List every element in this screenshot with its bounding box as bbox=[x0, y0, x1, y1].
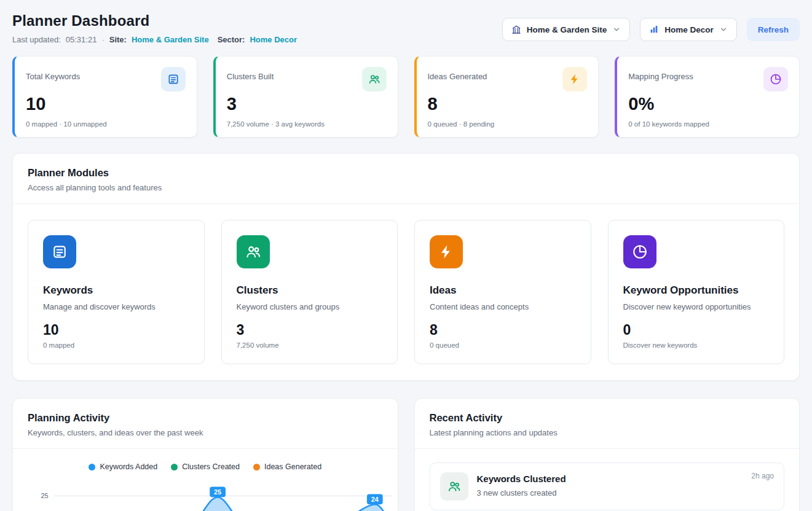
module-value: 8 bbox=[430, 322, 576, 338]
planning-activity-subtitle: Keywords, clusters, and ideas over the p… bbox=[28, 428, 383, 437]
modules-grid: Keywords Manage and discover keywords 10… bbox=[13, 204, 799, 380]
module-card-keywords[interactable]: Keywords Manage and discover keywords 10… bbox=[28, 220, 205, 364]
modules-header: Planner Modules Access all planning tool… bbox=[13, 154, 799, 204]
chart-area-fill bbox=[54, 497, 393, 511]
stats-row: Total Keywords 10 0 mapped · 10 unmapped… bbox=[12, 56, 800, 138]
recent-activity-title: Recent Activity bbox=[430, 412, 785, 424]
chevron-down-icon bbox=[719, 25, 728, 34]
users-icon bbox=[362, 67, 387, 92]
page-meta: Last updated: 05:31:21 · Site: Home & Ga… bbox=[12, 35, 297, 44]
chevron-down-icon bbox=[612, 25, 621, 34]
stat-value: 10 bbox=[26, 94, 186, 114]
bolt-icon bbox=[562, 67, 587, 92]
pie-chart-icon bbox=[623, 235, 656, 268]
planning-activity-header: Planning Activity Keywords, clusters, an… bbox=[13, 399, 398, 449]
module-title: Keywords bbox=[43, 284, 189, 297]
legend-dot-green bbox=[171, 464, 178, 470]
sector-selector-dropdown[interactable]: Home Decor bbox=[640, 18, 737, 41]
module-title: Clusters bbox=[237, 284, 383, 297]
recent-activity-item: Keywords Clustered 3 new clusters create… bbox=[430, 462, 785, 510]
document-icon bbox=[161, 67, 186, 92]
legend-label: Clusters Created bbox=[182, 462, 240, 471]
activity-chart-wrap: 25 25 24 bbox=[13, 471, 398, 511]
site-label: Site: bbox=[109, 35, 127, 44]
page-title: Planner Dashboard bbox=[12, 12, 297, 29]
module-description: Manage and discover keywords bbox=[43, 302, 189, 311]
stat-card-total-keywords: Total Keywords 10 0 mapped · 10 unmapped bbox=[12, 56, 197, 138]
modules-subtitle: Access all planning tools and features bbox=[28, 183, 784, 192]
sector-label: Sector: bbox=[218, 35, 245, 44]
recent-item-description: 3 new clusters created bbox=[477, 488, 566, 497]
stat-label: Mapping Progress bbox=[628, 67, 693, 81]
module-value: 10 bbox=[43, 322, 189, 338]
sector-selector-label: Home Decor bbox=[664, 25, 714, 34]
header-controls: Home & Garden Site Home Decor Refresh bbox=[502, 12, 800, 41]
planning-activity-panel: Planning Activity Keywords, clusters, an… bbox=[12, 398, 398, 511]
recent-item-text: Keywords Clustered 3 new clusters create… bbox=[477, 472, 566, 497]
stat-detail: 0 of 10 keywords mapped bbox=[628, 120, 788, 128]
bolt-icon bbox=[430, 235, 463, 268]
legend-item-clusters-created[interactable]: Clusters Created bbox=[171, 462, 240, 471]
site-selector-dropdown[interactable]: Home & Garden Site bbox=[502, 18, 631, 41]
stat-value: 3 bbox=[227, 94, 387, 114]
stat-label: Ideas Generated bbox=[428, 67, 487, 81]
stat-card-clusters-built: Clusters Built 3 7,250 volume · 3 avg ke… bbox=[213, 56, 398, 138]
recent-activity-panel: Recent Activity Latest planning actions … bbox=[414, 398, 800, 511]
recent-activity-header: Recent Activity Latest planning actions … bbox=[415, 399, 800, 449]
recent-item-timestamp: 2h ago bbox=[751, 472, 774, 480]
header-left: Planner Dashboard Last updated: 05:31:21… bbox=[12, 12, 297, 44]
module-description: Discover new keyword opportunities bbox=[623, 302, 770, 311]
module-card-keyword-opportunities[interactable]: Keyword Opportunities Discover new keywo… bbox=[608, 220, 785, 364]
legend-label: Ideas Generated bbox=[264, 462, 321, 471]
recent-activity-list: Keywords Clustered 3 new clusters create… bbox=[415, 449, 800, 511]
module-detail: 7,250 volume bbox=[237, 341, 383, 349]
stat-label: Total Keywords bbox=[26, 67, 80, 81]
module-value: 3 bbox=[237, 322, 383, 338]
recent-item-title: Keywords Clustered bbox=[477, 474, 566, 484]
page-header: Planner Dashboard Last updated: 05:31:21… bbox=[0, 0, 812, 44]
chart-point-label: 24 bbox=[371, 496, 379, 503]
stat-label: Clusters Built bbox=[227, 67, 274, 81]
building-icon bbox=[511, 25, 521, 34]
modules-title: Planner Modules bbox=[28, 167, 784, 179]
legend-item-ideas-generated[interactable]: Ideas Generated bbox=[253, 462, 321, 471]
module-title: Ideas bbox=[430, 284, 576, 297]
recent-activity-subtitle: Latest planning actions and updates bbox=[430, 428, 785, 437]
last-updated-value: 05:31:21 bbox=[66, 35, 97, 44]
stat-detail: 0 mapped · 10 unmapped bbox=[26, 120, 186, 128]
stat-value: 8 bbox=[428, 94, 588, 114]
legend-item-keywords-added[interactable]: Keywords Added bbox=[89, 462, 157, 471]
legend-label: Keywords Added bbox=[100, 462, 157, 471]
bar-chart-icon bbox=[649, 25, 659, 34]
last-updated-label: Last updated: bbox=[12, 35, 61, 44]
stat-card-mapping-progress: Mapping Progress 0% 0 of 10 keywords map… bbox=[615, 56, 800, 138]
module-card-ideas[interactable]: Ideas Content ideas and concepts 8 0 que… bbox=[414, 220, 591, 364]
module-card-clusters[interactable]: Clusters Keyword clusters and groups 3 7… bbox=[221, 220, 398, 364]
y-axis-tick-label: 25 bbox=[41, 492, 48, 499]
users-icon bbox=[237, 235, 270, 268]
refresh-button[interactable]: Refresh bbox=[747, 18, 800, 41]
stat-value: 0% bbox=[628, 94, 788, 114]
stat-detail: 0 queued · 8 pending bbox=[428, 120, 588, 128]
sector-link[interactable]: Home Decor bbox=[250, 35, 297, 44]
pie-chart-icon bbox=[763, 67, 788, 92]
module-value: 0 bbox=[623, 322, 770, 338]
meta-separator: · bbox=[101, 35, 104, 44]
chart-point-label: 25 bbox=[214, 488, 221, 496]
users-icon bbox=[440, 472, 468, 501]
module-detail: 0 queued bbox=[430, 341, 576, 349]
planner-modules-panel: Planner Modules Access all planning tool… bbox=[12, 153, 800, 381]
planning-activity-title: Planning Activity bbox=[28, 412, 383, 424]
site-link[interactable]: Home & Garden Site bbox=[132, 35, 209, 44]
stat-detail: 7,250 volume · 3 avg keywords bbox=[227, 120, 387, 128]
module-detail: Discover new keywords bbox=[623, 341, 770, 349]
chart-legend: Keywords Added Clusters Created Ideas Ge… bbox=[13, 449, 398, 471]
module-detail: 0 mapped bbox=[43, 341, 189, 349]
module-title: Keyword Opportunities bbox=[623, 284, 770, 297]
legend-dot-blue bbox=[89, 464, 95, 470]
site-selector-label: Home & Garden Site bbox=[527, 25, 607, 34]
stat-card-ideas-generated: Ideas Generated 8 0 queued · 8 pending bbox=[414, 56, 599, 138]
document-icon bbox=[43, 235, 76, 268]
bottom-row: Planning Activity Keywords, clusters, an… bbox=[12, 398, 800, 511]
legend-dot-orange bbox=[253, 464, 260, 470]
